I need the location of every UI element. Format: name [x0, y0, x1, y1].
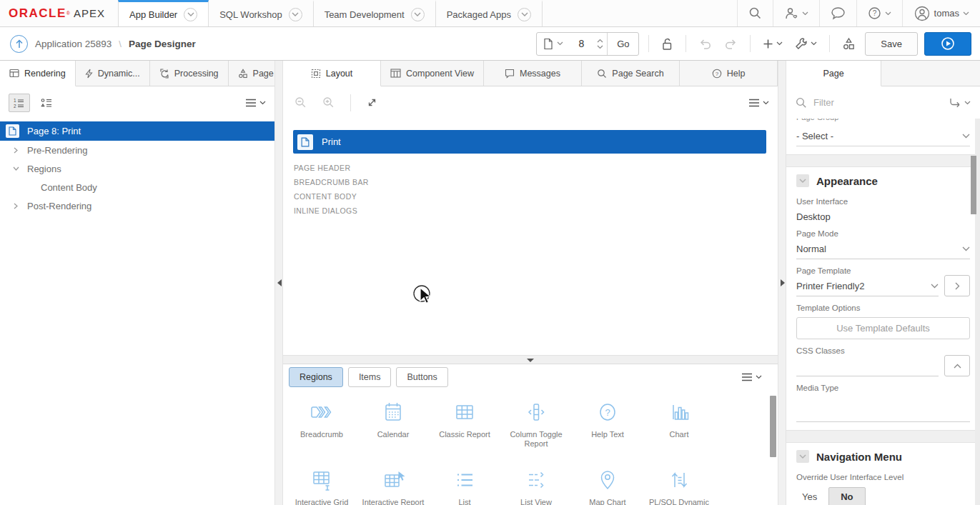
gallery-item-list[interactable]: List	[429, 466, 500, 505]
menu-icon	[748, 99, 760, 107]
page-template-select[interactable]: Printer Friendly2	[796, 276, 939, 296]
gallery-item-chart[interactable]: Chart	[643, 399, 715, 449]
media-type-input[interactable]	[796, 402, 970, 422]
gallery-item-interactive-report[interactable]: Interactive Report	[357, 466, 429, 505]
nav-tab-packaged-apps[interactable]: Packaged Apps	[436, 0, 543, 26]
processing-icon	[159, 69, 169, 79]
field-label: Page Template	[796, 266, 970, 275]
shared-components-button[interactable]	[839, 34, 858, 54]
layout-menu-button[interactable]	[748, 99, 769, 107]
gallery-scrollbar[interactable]	[770, 396, 776, 457]
region-print[interactable]: Print	[293, 130, 766, 154]
chevron-down-circle-icon[interactable]	[411, 8, 425, 21]
feedback-button[interactable]	[819, 0, 856, 26]
chevron-down-circle-icon[interactable]	[289, 8, 302, 21]
tree-node-pre-rendering[interactable]: Pre-Rendering	[0, 141, 274, 159]
slot-inline-dialogs[interactable]: INLINE DIALOGS	[294, 204, 369, 218]
tree-node-regions[interactable]: Regions	[0, 159, 274, 178]
right-splitter[interactable]	[778, 61, 786, 505]
slot-content-body[interactable]: CONTENT BODY	[294, 189, 369, 204]
gallery-item-interactive-grid[interactable]: Interactive Grid	[286, 466, 357, 505]
gallery-item-plsql-dynamic[interactable]: PL/SQL Dynamic	[643, 466, 715, 505]
undo-button[interactable]	[696, 35, 715, 53]
tab-page-search[interactable]: Page Search	[582, 61, 680, 86]
run-button[interactable]	[924, 32, 971, 56]
tab-help[interactable]: ? Help	[680, 61, 778, 86]
slot-breadcrumb-bar[interactable]: BREADCRUMB BAR	[294, 175, 369, 189]
gallery-item-list-view[interactable]: List View	[500, 466, 572, 505]
create-menu-button[interactable]	[760, 36, 786, 52]
toggle-yes-button[interactable]: Yes	[796, 488, 823, 505]
save-button[interactable]: Save	[865, 32, 918, 56]
utilities-menu-button[interactable]	[792, 34, 820, 53]
tab-page[interactable]: Page	[786, 61, 881, 86]
tree-menu-button[interactable]	[245, 99, 266, 107]
goto-group-button[interactable]	[949, 97, 971, 108]
nav-tab-app-builder[interactable]: App Builder	[118, 0, 209, 26]
help-menu-button[interactable]: ?	[856, 0, 902, 26]
collapse-section-icon[interactable]	[796, 174, 809, 187]
gallery-tab-buttons[interactable]: Buttons	[396, 367, 447, 387]
tree-node-page[interactable]: Page 8: Print	[0, 121, 274, 141]
global-search-button[interactable]	[737, 0, 773, 26]
css-classes-expand-button[interactable]	[944, 355, 970, 376]
zoom-out-button[interactable]	[292, 94, 310, 111]
tab-messages[interactable]: Messages	[484, 61, 582, 86]
chevron-right-icon[interactable]	[13, 147, 27, 154]
tab-component-view[interactable]: Component View	[381, 61, 484, 86]
gallery-tab-items[interactable]: Items	[348, 367, 392, 387]
filter-input[interactable]	[813, 97, 899, 108]
chevron-down-icon[interactable]	[13, 166, 27, 171]
chevron-right-icon[interactable]	[13, 203, 27, 209]
zoom-in-button[interactable]	[320, 94, 337, 111]
tab-dynamic-actions[interactable]: Dynamic...	[76, 61, 150, 86]
layout-canvas[interactable]: Print PAGE HEADER BREADCRUMB BAR CONTENT…	[283, 119, 778, 355]
expand-restore-button[interactable]	[364, 94, 380, 111]
breadcrumb-application[interactable]: Application 25893	[35, 39, 112, 49]
gallery-menu-button[interactable]	[741, 373, 762, 381]
user-menu-button[interactable]: tomas	[902, 0, 980, 26]
page-template-detail-button[interactable]	[944, 275, 970, 296]
gallery-item-column-toggle-report[interactable]: Column Toggle Report	[500, 399, 572, 449]
gallery-tab-regions[interactable]: Regions	[289, 367, 343, 387]
group-view-toggle[interactable]	[36, 94, 57, 112]
slot-page-header[interactable]: PAGE HEADER	[294, 161, 369, 175]
collapse-right-icon[interactable]	[781, 279, 785, 286]
chevron-down-circle-icon[interactable]	[184, 8, 197, 21]
page-number-stepper[interactable]	[593, 33, 607, 55]
collapse-section-icon[interactable]	[796, 450, 809, 463]
nav-tab-sql-workshop[interactable]: SQL Workshop	[209, 0, 313, 26]
chevron-down-circle-icon[interactable]	[518, 8, 531, 21]
tab-processing[interactable]: Processing	[150, 61, 229, 86]
order-view-toggle[interactable]: 12	[9, 94, 30, 112]
page-mode-select[interactable]: Normal	[796, 239, 970, 259]
tab-rendering[interactable]: Rendering	[0, 61, 76, 86]
svg-text:1: 1	[14, 98, 16, 103]
gallery-item-calendar[interactable]: Calendar	[357, 399, 429, 449]
gallery-item-map-chart[interactable]: Map Chart	[572, 466, 643, 505]
redo-button[interactable]	[721, 35, 741, 53]
administration-menu-button[interactable]	[773, 0, 819, 26]
page-finder-button[interactable]	[537, 33, 570, 55]
up-to-application-button[interactable]	[10, 35, 28, 53]
stepper-up-icon	[597, 39, 603, 43]
tree-node-content-body[interactable]: Content Body	[0, 178, 274, 196]
gallery-item-breadcrumb[interactable]: Breadcrumb	[286, 399, 357, 449]
tree-node-post-rendering[interactable]: Post-Rendering	[0, 196, 274, 215]
css-classes-input[interactable]	[796, 356, 939, 376]
gallery-item-classic-report[interactable]: Classic Report	[429, 399, 500, 449]
collapse-left-icon[interactable]	[277, 279, 282, 286]
gallery-item-help-text[interactable]: ? Help Text	[572, 399, 643, 449]
page-group-select[interactable]: - Select -	[796, 126, 970, 146]
nav-tab-team-development[interactable]: Team Development	[314, 0, 436, 26]
go-button[interactable]: Go	[607, 33, 638, 55]
use-template-defaults-button[interactable]: Use Template Defaults	[796, 317, 970, 339]
gallery-splitter[interactable]	[283, 355, 778, 364]
collapse-down-icon[interactable]	[527, 359, 534, 362]
toggle-no-button[interactable]: No	[828, 487, 865, 505]
page-number-input[interactable]: 8	[570, 33, 593, 55]
left-splitter[interactable]	[274, 61, 283, 505]
lock-button[interactable]	[658, 34, 676, 54]
right-panel-scrollbar[interactable]	[971, 156, 976, 214]
tab-layout[interactable]: Layout	[283, 61, 381, 86]
